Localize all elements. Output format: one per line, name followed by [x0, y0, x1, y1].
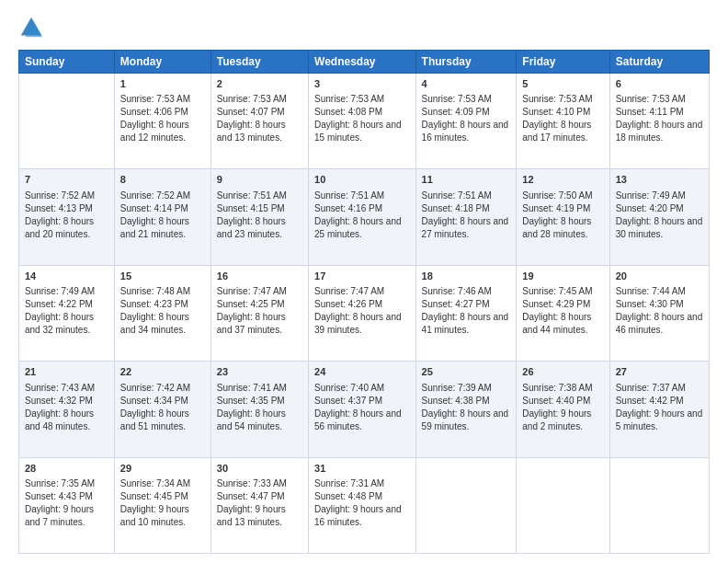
day-info: Sunrise: 7:44 AMSunset: 4:30 PMDaylight:…	[616, 285, 703, 337]
header-row: SundayMondayTuesdayWednesdayThursdayFrid…	[19, 51, 710, 74]
day-number: 15	[120, 270, 205, 283]
page: SundayMondayTuesdayWednesdayThursdayFrid…	[0, 0, 728, 563]
calendar-cell: 21Sunrise: 7:43 AMSunset: 4:32 PMDayligh…	[19, 362, 115, 457]
calendar-cell: 2Sunrise: 7:53 AMSunset: 4:07 PMDaylight…	[210, 74, 308, 169]
day-info: Sunrise: 7:39 AMSunset: 4:38 PMDaylight:…	[422, 382, 511, 433]
day-number: 3	[314, 77, 410, 91]
calendar-week-row: 1Sunrise: 7:53 AMSunset: 4:06 PMDaylight…	[19, 74, 710, 169]
day-info: Sunrise: 7:48 AMSunset: 4:23 PMDaylight:…	[120, 285, 205, 337]
header-day: Saturday	[609, 51, 709, 74]
calendar-cell: 19Sunrise: 7:45 AMSunset: 4:29 PMDayligh…	[517, 265, 609, 361]
header-day: Friday	[517, 51, 609, 74]
day-number: 8	[120, 173, 205, 187]
day-number: 16	[217, 270, 302, 283]
calendar-cell: 3Sunrise: 7:53 AMSunset: 4:08 PMDaylight…	[309, 74, 416, 169]
day-info: Sunrise: 7:51 AMSunset: 4:15 PMDaylight:…	[217, 190, 302, 241]
calendar-cell: 9Sunrise: 7:51 AMSunset: 4:15 PMDaylight…	[210, 169, 308, 265]
day-info: Sunrise: 7:50 AMSunset: 4:19 PMDaylight:…	[522, 190, 603, 241]
day-info: Sunrise: 7:40 AMSunset: 4:37 PMDaylight:…	[314, 382, 410, 433]
header-day: Thursday	[415, 51, 517, 74]
day-info: Sunrise: 7:45 AMSunset: 4:29 PMDaylight:…	[522, 285, 603, 337]
day-number: 10	[314, 173, 410, 187]
header-day: Tuesday	[210, 51, 308, 74]
day-number: 19	[522, 270, 603, 283]
day-info: Sunrise: 7:53 AMSunset: 4:08 PMDaylight:…	[314, 93, 410, 144]
day-number: 29	[120, 462, 205, 476]
calendar-table: SundayMondayTuesdayWednesdayThursdayFrid…	[18, 50, 710, 554]
day-number: 2	[217, 77, 302, 91]
calendar-cell: 7Sunrise: 7:52 AMSunset: 4:13 PMDaylight…	[19, 169, 115, 265]
day-number: 26	[522, 365, 603, 379]
calendar-cell: 26Sunrise: 7:38 AMSunset: 4:40 PMDayligh…	[517, 362, 609, 457]
day-info: Sunrise: 7:38 AMSunset: 4:40 PMDaylight:…	[522, 382, 603, 433]
calendar-cell: 8Sunrise: 7:52 AMSunset: 4:14 PMDaylight…	[114, 169, 210, 265]
calendar-week-row: 7Sunrise: 7:52 AMSunset: 4:13 PMDaylight…	[19, 169, 710, 265]
calendar-cell: 22Sunrise: 7:42 AMSunset: 4:34 PMDayligh…	[114, 362, 210, 457]
calendar-cell: 18Sunrise: 7:46 AMSunset: 4:27 PMDayligh…	[415, 265, 517, 361]
day-info: Sunrise: 7:35 AMSunset: 4:43 PMDaylight:…	[25, 477, 108, 529]
day-info: Sunrise: 7:49 AMSunset: 4:22 PMDaylight:…	[25, 285, 108, 337]
day-number: 9	[217, 173, 302, 187]
logo	[18, 15, 48, 40]
day-number: 5	[522, 77, 603, 91]
calendar-cell: 24Sunrise: 7:40 AMSunset: 4:37 PMDayligh…	[309, 362, 416, 457]
day-info: Sunrise: 7:41 AMSunset: 4:35 PMDaylight:…	[217, 382, 302, 433]
calendar-cell	[19, 74, 115, 169]
day-info: Sunrise: 7:53 AMSunset: 4:07 PMDaylight:…	[217, 93, 302, 144]
calendar-cell: 30Sunrise: 7:33 AMSunset: 4:47 PMDayligh…	[210, 457, 308, 553]
day-number: 31	[314, 462, 410, 476]
day-number: 6	[616, 77, 703, 91]
day-info: Sunrise: 7:52 AMSunset: 4:13 PMDaylight:…	[25, 190, 108, 241]
day-number: 14	[25, 270, 108, 283]
header-day: Wednesday	[309, 51, 416, 74]
day-number: 25	[422, 365, 511, 379]
calendar-cell: 15Sunrise: 7:48 AMSunset: 4:23 PMDayligh…	[114, 265, 210, 361]
calendar-cell	[517, 457, 609, 553]
calendar-week-row: 21Sunrise: 7:43 AMSunset: 4:32 PMDayligh…	[19, 362, 710, 457]
calendar-cell: 13Sunrise: 7:49 AMSunset: 4:20 PMDayligh…	[609, 169, 709, 265]
day-info: Sunrise: 7:53 AMSunset: 4:06 PMDaylight:…	[120, 93, 205, 144]
day-info: Sunrise: 7:49 AMSunset: 4:20 PMDaylight:…	[616, 190, 703, 241]
day-number: 22	[120, 365, 205, 379]
day-number: 4	[422, 77, 511, 91]
day-info: Sunrise: 7:53 AMSunset: 4:10 PMDaylight:…	[522, 93, 603, 144]
day-number: 13	[616, 173, 703, 187]
calendar-week-row: 28Sunrise: 7:35 AMSunset: 4:43 PMDayligh…	[19, 457, 710, 553]
calendar-cell: 4Sunrise: 7:53 AMSunset: 4:09 PMDaylight…	[415, 74, 517, 169]
day-number: 12	[522, 173, 603, 187]
calendar-cell: 17Sunrise: 7:47 AMSunset: 4:26 PMDayligh…	[309, 265, 416, 361]
day-info: Sunrise: 7:51 AMSunset: 4:18 PMDaylight:…	[422, 190, 511, 241]
day-info: Sunrise: 7:37 AMSunset: 4:42 PMDaylight:…	[616, 382, 703, 433]
calendar-cell: 20Sunrise: 7:44 AMSunset: 4:30 PMDayligh…	[609, 265, 709, 361]
header-day: Sunday	[19, 51, 115, 74]
day-info: Sunrise: 7:53 AMSunset: 4:11 PMDaylight:…	[616, 93, 703, 144]
calendar-cell: 5Sunrise: 7:53 AMSunset: 4:10 PMDaylight…	[517, 74, 609, 169]
day-info: Sunrise: 7:31 AMSunset: 4:48 PMDaylight:…	[314, 477, 410, 529]
day-info: Sunrise: 7:43 AMSunset: 4:32 PMDaylight:…	[25, 382, 108, 433]
calendar-cell	[415, 457, 517, 553]
day-info: Sunrise: 7:34 AMSunset: 4:45 PMDaylight:…	[120, 477, 205, 529]
day-info: Sunrise: 7:33 AMSunset: 4:47 PMDaylight:…	[217, 477, 302, 529]
logo-icon	[18, 15, 44, 40]
day-info: Sunrise: 7:47 AMSunset: 4:25 PMDaylight:…	[217, 285, 302, 337]
day-info: Sunrise: 7:53 AMSunset: 4:09 PMDaylight:…	[422, 93, 511, 144]
day-number: 28	[25, 462, 108, 476]
day-number: 21	[25, 365, 108, 379]
calendar-cell: 31Sunrise: 7:31 AMSunset: 4:48 PMDayligh…	[309, 457, 416, 553]
calendar-week-row: 14Sunrise: 7:49 AMSunset: 4:22 PMDayligh…	[19, 265, 710, 361]
calendar-cell: 23Sunrise: 7:41 AMSunset: 4:35 PMDayligh…	[210, 362, 308, 457]
day-info: Sunrise: 7:46 AMSunset: 4:27 PMDaylight:…	[422, 285, 511, 337]
day-number: 20	[616, 270, 703, 283]
day-number: 17	[314, 270, 410, 283]
day-number: 23	[217, 365, 302, 379]
day-number: 7	[25, 173, 108, 187]
calendar-cell	[609, 457, 709, 553]
day-info: Sunrise: 7:52 AMSunset: 4:14 PMDaylight:…	[120, 190, 205, 241]
calendar-cell: 25Sunrise: 7:39 AMSunset: 4:38 PMDayligh…	[415, 362, 517, 457]
calendar-cell: 28Sunrise: 7:35 AMSunset: 4:43 PMDayligh…	[19, 457, 115, 553]
day-info: Sunrise: 7:47 AMSunset: 4:26 PMDaylight:…	[314, 285, 410, 337]
day-info: Sunrise: 7:51 AMSunset: 4:16 PMDaylight:…	[314, 190, 410, 241]
day-number: 1	[120, 77, 205, 91]
calendar-cell: 10Sunrise: 7:51 AMSunset: 4:16 PMDayligh…	[309, 169, 416, 265]
calendar-cell: 27Sunrise: 7:37 AMSunset: 4:42 PMDayligh…	[609, 362, 709, 457]
